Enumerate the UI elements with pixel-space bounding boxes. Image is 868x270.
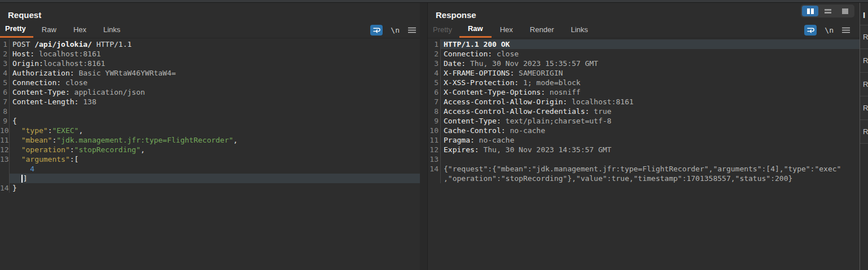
line-text: Access-Control-Allow-Origin: localhost:8… [440, 97, 860, 107]
code-segment: Access-Control-Allow-Credentials: [444, 107, 589, 116]
code-line: 14} [0, 183, 420, 193]
line-text: {"request":{"mbean":"jdk.management.jfr:… [440, 164, 860, 174]
code-segment: localhost:8161 [43, 59, 106, 68]
code-segment: Date: [444, 59, 466, 68]
line-number: 7 [428, 97, 440, 107]
code-segment [12, 174, 21, 183]
response-tabbar: Pretty Raw Hex Render Links \n [428, 23, 860, 38]
code-segment: nosniff [545, 88, 581, 96]
panel-splitter[interactable] [420, 3, 428, 270]
text-cursor [21, 175, 23, 183]
line-number: 7 [0, 97, 9, 107]
word-wrap-icon[interactable] [370, 25, 383, 36]
line-number: 12 [428, 145, 440, 154]
line-number: 8 [0, 107, 9, 116]
newline-chars-icon[interactable]: \n [825, 26, 834, 34]
line-number [428, 174, 440, 183]
request-editor[interactable]: 1POST /api/jolokia/ HTTP/1.12Host: local… [0, 38, 420, 270]
line-text: Connection: close [440, 49, 860, 59]
line-number: 11 [428, 135, 440, 145]
inspector-section[interactable]: R [860, 48, 868, 72]
code-segment: true [589, 107, 611, 116]
request-tab-pretty[interactable]: Pretty [0, 23, 33, 38]
request-tab-hex[interactable]: Hex [65, 23, 95, 38]
code-segment: Access-Control-Allow-Origin: [444, 98, 567, 106]
inspector-section[interactable]: R [860, 96, 868, 119]
newline-chars-icon[interactable]: \n [391, 26, 400, 34]
inspector-section[interactable]: R [860, 25, 868, 48]
code-segment: Host: [12, 50, 34, 58]
line-text: "mbean":"jdk.management.jfr:type=FlightR… [9, 135, 420, 145]
response-editor-controls: \n [804, 23, 860, 38]
code-line: 13 [428, 154, 860, 164]
code-segment [12, 145, 21, 154]
request-tabbar: Pretty Raw Hex Links \n [0, 23, 420, 38]
response-tab-hex[interactable]: Hex [492, 23, 521, 38]
line-number: 9 [0, 116, 9, 126]
request-tab-raw[interactable]: Raw [33, 23, 65, 38]
line-text: X-FRAME-OPTIONS: SAMEORIGIN [440, 68, 860, 78]
code-segment: Content-Type: [444, 117, 501, 125]
line-text: Content-Type: text/plain;charset=utf-8 [440, 116, 860, 126]
line-text: "operation":"stopRecording", [9, 145, 420, 154]
line-number: 13 [428, 154, 440, 164]
code-segment: Origin: [12, 59, 43, 68]
response-tab-pretty[interactable]: Pretty [428, 23, 459, 38]
code-line: 10Cache-Control: no-cache [428, 126, 860, 135]
code-segment: Cache-Control: [444, 126, 506, 135]
code-segment: /api/jolokia/ [34, 40, 92, 48]
code-segment: Connection: [12, 78, 61, 87]
line-number: 13 [0, 154, 9, 164]
code-segment: Authorization: [12, 69, 74, 77]
inspector-header: I [860, 3, 868, 25]
code-segment: no-cache [506, 126, 545, 135]
line-text: { [9, 116, 420, 126]
line-text: Host: localhost:8161 [9, 49, 420, 59]
response-tab-render[interactable]: Render [521, 23, 563, 38]
word-wrap-icon[interactable] [804, 25, 817, 36]
request-tab-links[interactable]: Links [95, 23, 129, 38]
line-number: 10 [428, 126, 440, 135]
inspector-section[interactable]: R [860, 119, 868, 144]
line-text: 4 [9, 164, 420, 174]
code-segment [12, 155, 21, 163]
split-rows-layout-button[interactable] [819, 6, 836, 16]
inspector-section[interactable]: R [860, 72, 868, 96]
line-text: Pragma: no-cache [440, 135, 860, 145]
code-line: 11Pragma: no-cache [428, 135, 860, 145]
code-segment: 4 [30, 165, 34, 173]
layout-toggle-group [801, 5, 854, 17]
split-columns-layout-button[interactable] [802, 6, 818, 16]
code-segment: 138 [78, 98, 96, 106]
line-number: 6 [0, 87, 9, 97]
code-segment: Connection: [444, 50, 492, 58]
hamburger-menu-icon[interactable] [841, 26, 851, 34]
line-text: } [9, 183, 420, 193]
code-segment [12, 126, 21, 135]
code-line: 3Date: Thu, 30 Nov 2023 15:35:57 GMT [428, 59, 860, 68]
code-segment: 1; mode=block [519, 78, 581, 87]
code-line: 5X-XSS-Protection: 1; mode=block [428, 78, 860, 87]
code-line: 2Host: localhost:8161 [0, 49, 420, 59]
response-tab-links[interactable]: Links [562, 23, 596, 38]
single-pane-layout-button[interactable] [837, 6, 853, 16]
hamburger-menu-icon[interactable] [407, 26, 417, 34]
line-text: POST /api/jolokia/ HTTP/1.1 [9, 39, 420, 49]
code-segment: Content-Length: [12, 98, 78, 106]
request-panel: Request Pretty Raw Hex Links \n [0, 3, 420, 270]
response-tab-raw[interactable]: Raw [459, 23, 492, 38]
line-number: 3 [428, 59, 440, 68]
code-segment: text/plain;charset=utf-8 [501, 117, 612, 125]
line-number: 4 [0, 68, 9, 78]
code-segment: localhost:8161 [567, 98, 633, 106]
code-line: 1POST /api/jolokia/ HTTP/1.1 [0, 39, 420, 49]
response-editor[interactable]: 1HTTP/1.1 200 OK2Connection: close3Date:… [428, 38, 860, 270]
line-text: Origin:localhost:8161 [9, 59, 420, 68]
response-panel-title: Response [428, 3, 860, 23]
line-text: HTTP/1.1 200 OK [440, 39, 860, 49]
code-segment: ] [23, 174, 28, 183]
line-number [0, 174, 9, 183]
line-number: 14 [428, 164, 440, 174]
line-number: 9 [428, 116, 440, 126]
code-segment: "mbean" [21, 136, 52, 144]
